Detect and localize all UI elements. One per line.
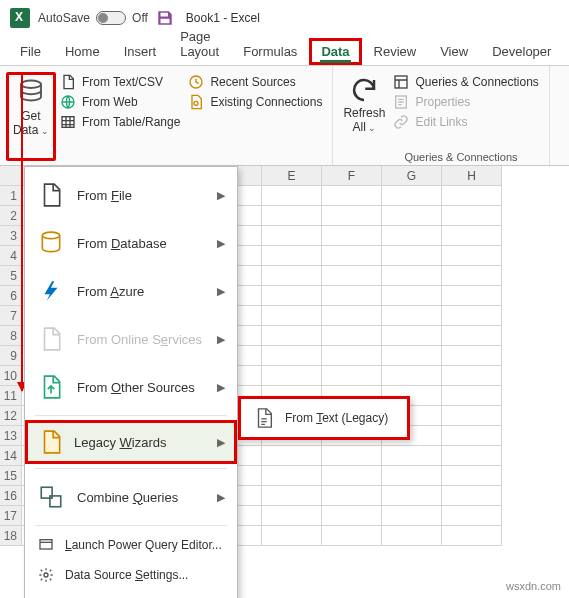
chevron-right-icon: ▶ [217, 189, 225, 202]
from-web-button[interactable]: From Web [60, 94, 181, 110]
menu-legacy-wizards[interactable]: Legacy Wizards ▶ [25, 420, 237, 464]
menu-separator [35, 525, 227, 526]
cloud-icon [37, 325, 65, 353]
menu-from-database[interactable]: From Database ▶ [25, 219, 237, 267]
recent-sources-button[interactable]: Recent Sources [188, 74, 322, 90]
other-sources-icon [37, 373, 65, 401]
tab-data[interactable]: Data [309, 38, 361, 65]
combine-icon [37, 483, 65, 511]
svg-point-0 [21, 81, 41, 89]
queries-connections-button[interactable]: Queries & Connections [393, 74, 538, 90]
tab-view[interactable]: View [428, 38, 480, 65]
ribbon-group-label: Queries & Connections [366, 151, 556, 163]
from-table-range-button[interactable]: From Table/Range [60, 114, 181, 130]
svg-rect-5 [395, 76, 407, 88]
get-data-menu: From File ▶ From Database ▶ From Azure ▶… [24, 166, 238, 598]
existing-connections-button[interactable]: Existing Connections [188, 94, 322, 110]
file-icon [37, 181, 65, 209]
menu-from-online-services: From Online Services ▶ [25, 315, 237, 363]
menu-data-source-settings[interactable]: Data Source Settings... [25, 560, 237, 590]
refresh-all-button[interactable]: Refresh All ⌄ [339, 72, 389, 161]
table-icon [60, 114, 76, 130]
text-file-icon [253, 407, 275, 429]
menu-launch-pqe[interactable]: Launch Power Query Editor... [25, 530, 237, 560]
properties-icon [393, 94, 409, 110]
legacy-wizards-submenu: From Text (Legacy) [238, 396, 410, 440]
menu-from-azure[interactable]: From Azure ▶ [25, 267, 237, 315]
settings-icon [37, 566, 55, 584]
chevron-right-icon: ▶ [217, 491, 225, 504]
autosave-state: Off [132, 11, 148, 25]
queries-icon [393, 74, 409, 90]
svg-rect-10 [40, 540, 52, 549]
svg-point-11 [44, 573, 48, 577]
recent-icon [188, 74, 204, 90]
menu-combine-queries[interactable]: Combine Queries ▶ [25, 473, 237, 521]
svg-point-4 [194, 101, 198, 105]
menu-from-other-sources[interactable]: From Other Sources ▶ [25, 363, 237, 411]
svg-rect-2 [62, 117, 74, 128]
azure-icon [37, 277, 65, 305]
get-data-line1: Get [21, 109, 40, 123]
tab-page-layout[interactable]: Page Layout [168, 23, 231, 65]
database-icon [37, 229, 65, 257]
autosave-toggle[interactable] [96, 11, 126, 25]
refresh-icon [348, 74, 380, 106]
title-bar: AutoSave Off Book1 - Excel [0, 0, 569, 36]
tab-home[interactable]: Home [53, 38, 112, 65]
tab-developer[interactable]: Developer [480, 38, 563, 65]
wizard-icon [37, 428, 65, 456]
editor-icon [37, 536, 55, 554]
link-icon [393, 114, 409, 130]
get-data-line2: Data [13, 123, 38, 137]
svg-point-7 [42, 232, 59, 239]
tab-file[interactable]: File [8, 38, 53, 65]
menu-from-file[interactable]: From File ▶ [25, 171, 237, 219]
get-data-button[interactable]: Get Data ⌄ [6, 72, 56, 161]
excel-app-icon [10, 8, 30, 28]
properties-button: Properties [393, 94, 538, 110]
tab-review[interactable]: Review [362, 38, 429, 65]
tab-formulas[interactable]: Formulas [231, 38, 309, 65]
text-file-icon [60, 74, 76, 90]
annotation-arrow-vertical [21, 75, 23, 391]
menu-separator [35, 415, 227, 416]
menu-separator [35, 468, 227, 469]
ribbon-tabs: File Home Insert Page Layout Formulas Da… [0, 36, 569, 66]
chevron-right-icon: ▶ [217, 436, 225, 449]
database-icon [15, 77, 47, 109]
globe-icon [60, 94, 76, 110]
connections-icon [188, 94, 204, 110]
chevron-right-icon: ▶ [217, 285, 225, 298]
edit-links-button: Edit Links [393, 114, 538, 130]
ribbon-data: Get Data ⌄ From Text/CSV From Web From T… [0, 66, 569, 166]
menu-query-options[interactable]: Query Options [25, 590, 237, 598]
chevron-right-icon: ▶ [217, 333, 225, 346]
autosave-control[interactable]: AutoSave Off [38, 11, 148, 25]
watermark: wsxdn.com [506, 580, 561, 592]
from-text-csv-button[interactable]: From Text/CSV [60, 74, 181, 90]
submenu-from-text-legacy[interactable]: From Text (Legacy) [241, 399, 407, 437]
autosave-label: AutoSave [38, 11, 90, 25]
chevron-right-icon: ▶ [217, 237, 225, 250]
tab-insert[interactable]: Insert [112, 38, 169, 65]
chevron-right-icon: ▶ [217, 381, 225, 394]
